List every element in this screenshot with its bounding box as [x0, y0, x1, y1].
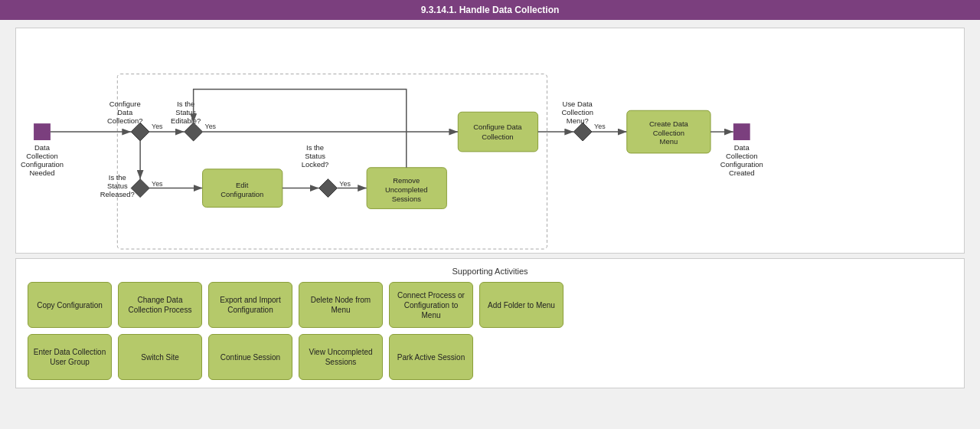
svg-text:Collection: Collection [26, 152, 57, 160]
park-active-session-btn[interactable]: Park Active Session [389, 334, 473, 380]
switch-site-btn[interactable]: Switch Site [118, 334, 202, 380]
svg-text:Collection?: Collection? [107, 116, 143, 125]
svg-text:Data: Data [117, 108, 133, 116]
svg-text:Needed: Needed [29, 169, 54, 177]
svg-text:Configuration: Configuration [21, 160, 64, 169]
add-folder-to-menu-btn[interactable]: Add Folder to Menu [479, 282, 564, 328]
diamond-d2 [185, 123, 203, 141]
page-header: 9.3.14.1. Handle Data Collection [0, 0, 980, 20]
svg-text:Yes: Yes [594, 123, 606, 130]
svg-text:Status: Status [107, 182, 128, 190]
svg-text:Is the: Is the [109, 173, 126, 182]
end-node [733, 123, 750, 140]
svg-text:Configuration: Configuration [720, 160, 763, 169]
svg-text:Menu: Menu [660, 137, 678, 146]
svg-text:Collection: Collection [653, 129, 684, 137]
supporting-activities-area: Supporting Activities Copy Configuration… [15, 258, 965, 388]
delete-node-from-menu-btn[interactable]: Delete Node from Menu [299, 282, 383, 328]
svg-text:Status: Status [305, 152, 325, 160]
svg-text:Is the: Is the [177, 100, 194, 108]
svg-text:Yes: Yes [152, 180, 163, 188]
enter-data-collection-user-group-btn[interactable]: Enter Data Collection User Group [28, 334, 112, 380]
view-uncompleted-sessions-btn[interactable]: View Uncompleted Sessions [299, 334, 383, 380]
svg-text:Menu?: Menu? [567, 116, 589, 125]
supporting-title: Supporting Activities [28, 267, 952, 276]
page-title: 9.3.14.1. Handle Data Collection [421, 5, 560, 15]
svg-text:Collection: Collection [726, 152, 757, 160]
svg-text:Configure: Configure [109, 100, 141, 108]
svg-text:Collection: Collection [562, 108, 593, 116]
activity-row-2: Enter Data Collection User Group Switch … [28, 334, 952, 380]
svg-text:Editable?: Editable? [171, 116, 201, 125]
start-label: Data [34, 143, 51, 152]
export-import-configuration-btn[interactable]: Export and Import Configuration [208, 282, 292, 328]
svg-text:Data: Data [734, 143, 750, 152]
change-data-collection-process-btn[interactable]: Change Data Collection Process [118, 282, 202, 328]
copy-configuration-btn[interactable]: Copy Configuration [28, 282, 112, 328]
svg-text:Uncompleted: Uncompleted [385, 185, 428, 194]
svg-text:Created: Created [729, 169, 755, 177]
diamond-d4 [319, 179, 338, 198]
activity-row-1: Copy Configuration Change Data Collectio… [28, 282, 952, 328]
diagram-area: Data Collection Configuration Needed Con… [15, 28, 965, 254]
svg-text:Remove: Remove [393, 176, 420, 185]
svg-text:Create Data: Create Data [649, 120, 689, 128]
svg-text:Configuration: Configuration [220, 190, 263, 198]
svg-text:Configure Data: Configure Data [473, 123, 522, 131]
svg-text:Yes: Yes [152, 123, 163, 130]
diamond-d5 [573, 123, 592, 141]
svg-text:Yes: Yes [339, 180, 351, 188]
svg-text:Locked?: Locked? [302, 160, 329, 169]
connect-process-configuration-menu-btn[interactable]: Connect Process or Configuration to Menu [389, 282, 473, 328]
activity-grid: Copy Configuration Change Data Collectio… [28, 282, 952, 380]
diamond-d1 [131, 123, 149, 141]
flow-diagram: Data Collection Configuration Needed Con… [16, 28, 964, 253]
svg-text:Is the: Is the [306, 143, 324, 152]
svg-text:Yes: Yes [205, 123, 217, 130]
svg-text:Use Data: Use Data [563, 100, 593, 108]
svg-text:Released?: Released? [100, 190, 135, 198]
svg-text:Collection: Collection [482, 133, 513, 141]
continue-session-btn[interactable]: Continue Session [208, 334, 292, 380]
svg-text:Edit: Edit [236, 181, 249, 189]
start-node [34, 123, 51, 140]
svg-text:Sessions: Sessions [392, 195, 422, 203]
